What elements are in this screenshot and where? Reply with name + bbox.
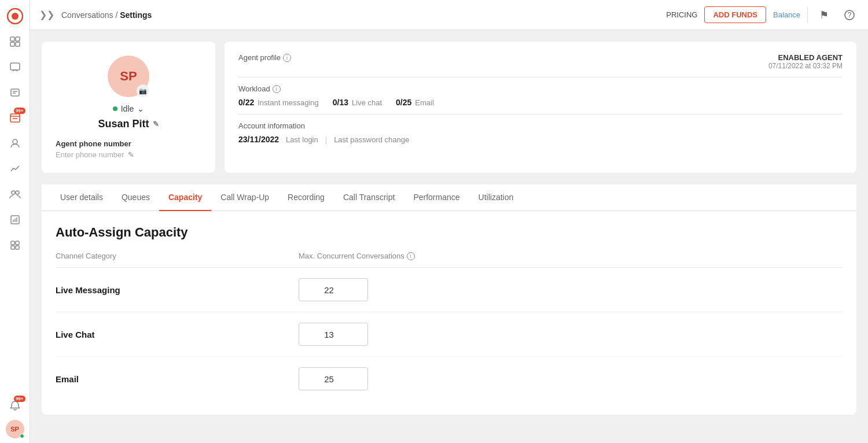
svg-rect-2 (10, 37, 14, 41)
page-body: SP 📷 Idle ⌄ Susan Pitt ✎ Agent phone num… (30, 30, 868, 443)
svg-rect-5 (16, 42, 20, 46)
account-info: 23/11/2022 Last login | Last password ch… (238, 135, 843, 144)
tab-queues[interactable]: Queues (112, 184, 159, 211)
workload-email: 0/25 Email (396, 98, 434, 107)
enabled-badge: ENABLED AGENT 07/11/2022 at 03:32 PM (768, 53, 843, 70)
online-indicator (20, 434, 24, 438)
tab-content: Auto-Assign Capacity Channel Category Ma… (42, 211, 856, 415)
account-row: 23/11/2022 Last login | Last password ch… (238, 135, 843, 144)
breadcrumb: Conversations / Settings (61, 10, 152, 20)
info-card-header: Agent profile i ENABLED AGENT 07/11/2022… (238, 53, 843, 70)
info-card: Agent profile i ENABLED AGENT 07/11/2022… (225, 42, 856, 173)
svg-text:?: ? (848, 11, 852, 19)
svg-rect-22 (11, 246, 14, 249)
help-icon[interactable]: ? (840, 6, 859, 24)
tab-utilization[interactable]: Utilization (469, 184, 523, 211)
agent-card: SP 📷 Idle ⌄ Susan Pitt ✎ Agent phone num… (42, 42, 215, 173)
sidebar-item-chat[interactable] (3, 56, 27, 79)
col-channel-header: Channel Category (56, 252, 299, 260)
add-funds-button[interactable]: ADD FUNDS (704, 6, 766, 23)
sidebar-item-agents[interactable]: 99+ (3, 106, 27, 130)
topbar: ❯❯ Conversations / Settings PRICING ADD … (30, 0, 868, 30)
profile-info-icon[interactable]: i (283, 54, 291, 62)
capacity-heading: Auto-Assign Capacity (56, 225, 843, 240)
camera-button[interactable]: 📷 (137, 84, 149, 97)
svg-rect-7 (11, 89, 19, 96)
workload-title: Workload i (238, 84, 843, 93)
agent-avatar: SP 📷 (108, 56, 149, 97)
agent-name: Susan Pitt ✎ (98, 118, 159, 130)
capacity-row-1: Live Chat (56, 312, 843, 357)
sidebar-item-reports[interactable] (3, 208, 27, 231)
col-max-header: Max. Concurrent Conversations i (299, 252, 843, 260)
capacity-row-0: Live Messaging (56, 268, 843, 312)
svg-rect-21 (16, 241, 19, 245)
agent-profile-label: Agent profile i (238, 53, 291, 62)
workload-livechat: 0/13 Live chat (333, 98, 382, 107)
channel-name-2: Email (56, 374, 299, 384)
workload-info-icon[interactable]: i (273, 85, 281, 93)
capacity-row-2: Email (56, 357, 843, 401)
workload-stats: 0/22 Instant messaging 0/13 Live chat 0/… (238, 98, 843, 107)
account-title: Account information (238, 121, 843, 130)
svg-point-1 (12, 13, 19, 20)
sidebar-item-analytics[interactable] (3, 157, 27, 180)
pricing-link[interactable]: PRICING (666, 10, 697, 19)
divider-2 (238, 114, 843, 115)
tab-call-wrap-up[interactable]: Call Wrap-Up (211, 184, 278, 211)
capacity-rows: Live Messaging Live Chat Email (56, 268, 843, 401)
sidebar-item-settings[interactable] (3, 234, 27, 257)
svg-rect-23 (16, 246, 19, 249)
phone-section: Agent phone number Enter phone number ✎ (56, 139, 201, 159)
tab-call-transcript[interactable]: Call Transcript (334, 184, 404, 211)
svg-point-14 (12, 191, 15, 194)
svg-rect-3 (16, 37, 20, 41)
phone-placeholder: Enter phone number (56, 150, 124, 159)
phone-input-row: Enter phone number ✎ (56, 150, 201, 159)
capacity-input-2[interactable] (299, 367, 368, 390)
main-content: ❯❯ Conversations / Settings PRICING ADD … (30, 0, 868, 443)
channel-name-0: Live Messaging (56, 285, 299, 295)
notifications-badge: 99+ (14, 396, 25, 402)
table-header: Channel Category Max. Concurrent Convers… (56, 252, 843, 268)
workload-im: 0/22 Instant messaging (238, 98, 319, 107)
capacity-input-1[interactable] (299, 323, 368, 346)
tab-recording[interactable]: Recording (278, 184, 334, 211)
notifications-button[interactable]: 99+ (3, 394, 27, 418)
status-dot (113, 106, 117, 111)
sidebar-item-team[interactable] (3, 183, 27, 206)
tab-user-details[interactable]: User details (51, 184, 112, 211)
sidebar-item-contacts[interactable] (3, 132, 27, 155)
flag-icon[interactable]: ⚑ (815, 6, 833, 24)
edit-name-icon[interactable]: ✎ (153, 120, 159, 128)
phone-edit-icon[interactable]: ✎ (128, 150, 134, 159)
tabs-container: User detailsQueuesCapacityCall Wrap-UpRe… (42, 184, 856, 415)
tab-capacity[interactable]: Capacity (159, 184, 211, 211)
capacity-input-0[interactable] (299, 278, 368, 301)
balance-link[interactable]: Balance (773, 10, 800, 19)
col-max-info-icon[interactable]: i (407, 252, 415, 260)
svg-rect-10 (10, 114, 20, 122)
tab-performance[interactable]: Performance (404, 184, 469, 211)
channel-name-1: Live Chat (56, 330, 299, 339)
expand-button[interactable]: ❯❯ (39, 9, 54, 20)
agents-badge: 99+ (14, 108, 25, 114)
svg-point-13 (13, 139, 17, 144)
svg-point-15 (16, 191, 19, 194)
svg-rect-20 (11, 241, 14, 245)
svg-rect-4 (10, 42, 14, 46)
phone-label: Agent phone number (56, 139, 201, 148)
cards-row: SP 📷 Idle ⌄ Susan Pitt ✎ Agent phone num… (42, 42, 856, 173)
user-avatar[interactable]: SP (6, 420, 24, 438)
agent-status[interactable]: Idle ⌄ (113, 104, 145, 113)
sidebar: 99+ (0, 0, 30, 443)
divider-1 (238, 77, 843, 77)
sidebar-item-tickets[interactable] (3, 81, 27, 104)
topbar-divider (807, 7, 808, 23)
logo-button[interactable] (3, 5, 27, 28)
svg-rect-6 (10, 63, 20, 70)
sidebar-item-dashboard[interactable] (3, 30, 27, 53)
tabs-bar: User detailsQueuesCapacityCall Wrap-UpRe… (42, 184, 856, 211)
